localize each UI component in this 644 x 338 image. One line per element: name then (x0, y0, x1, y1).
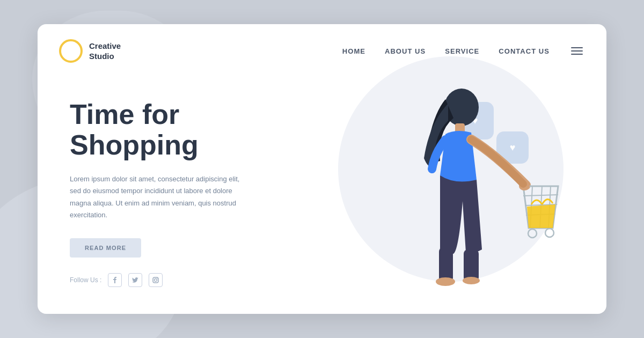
nav-contact[interactable]: CONTACT US (499, 47, 550, 55)
svg-point-15 (528, 229, 537, 238)
svg-line-9 (523, 195, 558, 196)
follow-us-section: Follow Us : (70, 273, 163, 287)
instagram-icon[interactable] (149, 273, 163, 287)
svg-point-2 (157, 278, 158, 278)
nav-home[interactable]: HOME (342, 47, 365, 55)
logo-circle-icon (59, 39, 83, 63)
svg-rect-0 (153, 277, 158, 283)
svg-point-8 (463, 277, 480, 284)
logo: Creative Studio (59, 39, 121, 63)
nav-links: HOME ABOUT US SERVICE CONTACT US (342, 45, 585, 57)
logo-text: Creative Studio (89, 41, 121, 62)
svg-point-16 (545, 229, 554, 237)
navbar: Creative Studio HOME ABOUT US SERVICE CO… (38, 24, 606, 63)
main-card: Creative Studio HOME ABOUT US SERVICE CO… (38, 24, 606, 314)
hero-section: Time for Shopping Lorem ipsum dolor sit … (70, 99, 295, 258)
nav-service[interactable]: SERVICE (445, 47, 479, 55)
illustration-area: ♥ ♥ (274, 24, 606, 314)
follow-label: Follow Us : (70, 276, 101, 284)
facebook-icon[interactable] (108, 273, 122, 287)
twitter-icon[interactable] (128, 273, 142, 287)
svg-rect-6 (439, 247, 453, 282)
svg-point-7 (436, 277, 455, 286)
read-more-button[interactable]: READ MORE (70, 238, 141, 258)
hero-title: Time for Shopping (70, 99, 295, 160)
nav-about[interactable]: ABOUT US (385, 47, 426, 55)
svg-point-1 (155, 279, 157, 282)
hero-description: Lorem ipsum dolor sit amet, consectetur … (70, 173, 252, 221)
hamburger-menu[interactable] (569, 45, 585, 57)
shopping-figure (333, 46, 580, 308)
